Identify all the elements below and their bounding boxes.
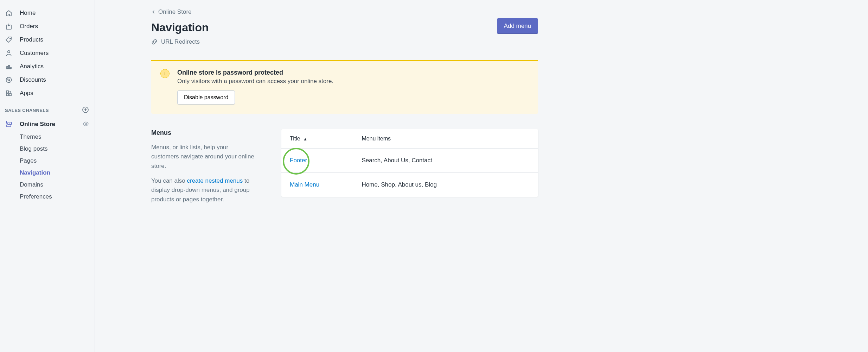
breadcrumb[interactable]: Online Store [151, 8, 538, 15]
analytics-icon [5, 63, 13, 70]
svg-rect-4 [8, 65, 9, 69]
nav-label: Orders [20, 23, 38, 30]
link-icon [151, 39, 158, 45]
svg-point-8 [9, 81, 10, 81]
col-title[interactable]: Title ▲ [281, 129, 353, 149]
menus-table: Title ▲ Menu items [281, 129, 538, 197]
nav-label: Analytics [20, 63, 44, 70]
nav-label: Discounts [20, 76, 46, 83]
nav-analytics[interactable]: Analytics [0, 60, 95, 73]
svg-point-1 [10, 38, 11, 39]
svg-rect-10 [6, 94, 8, 96]
svg-rect-11 [9, 94, 11, 96]
nested-menus-link[interactable]: create nested menus [187, 177, 243, 184]
main-content: Online Store Navigation URL Redirects Ad… [95, 0, 868, 352]
menu-footer-link[interactable]: Footer [281, 149, 353, 173]
nav-products[interactable]: Products [0, 33, 95, 46]
sub-navigation[interactable]: Navigation [20, 167, 95, 179]
menus-desc-2: You can also create nested menus to disp… [151, 176, 257, 204]
add-channel-icon[interactable] [82, 106, 90, 114]
svg-rect-9 [6, 91, 8, 93]
disable-password-button[interactable]: Disable password [177, 90, 235, 105]
menus-table-card: Title ▲ Menu items [281, 129, 538, 197]
nav-label: Online Store [20, 121, 55, 128]
nav-discounts[interactable]: Discounts [0, 73, 95, 87]
sub-themes[interactable]: Themes [20, 131, 95, 143]
sub-pages[interactable]: Pages [20, 155, 95, 167]
breadcrumb-label: Online Store [158, 8, 192, 15]
banner-text: Only visitors with a password can access… [177, 78, 333, 85]
person-icon [5, 49, 13, 57]
table-row: Footer Search, About Us, Contact [281, 149, 538, 173]
svg-point-7 [8, 79, 8, 80]
store-icon [5, 120, 13, 128]
nav-label: Products [20, 36, 43, 43]
nav-home[interactable]: Home [0, 6, 95, 20]
password-banner: Online store is password protected Only … [151, 60, 538, 114]
menu-main-link[interactable]: Main Menu [281, 173, 353, 197]
svg-rect-15 [165, 73, 165, 74]
online-store-submenu: Themes Blog posts Pages Navigation Domai… [0, 131, 95, 203]
menus-heading: Menus [151, 129, 257, 137]
home-icon [5, 9, 13, 17]
warning-icon [160, 69, 170, 78]
nav-label: Customers [20, 50, 49, 57]
menu-main-items: Home, Shop, About us, Blog [353, 173, 538, 197]
svg-point-13 [85, 123, 87, 125]
svg-rect-5 [10, 67, 11, 69]
svg-point-2 [8, 51, 10, 53]
svg-point-14 [165, 74, 165, 75]
discount-icon [5, 76, 13, 84]
sort-asc-icon: ▲ [303, 137, 307, 142]
sidebar: Home Orders Products Customers Analytics [0, 0, 95, 352]
page-title: Navigation [151, 21, 209, 34]
add-menu-button[interactable]: Add menu [497, 18, 538, 34]
sales-channels-header: SALES CHANNELS [0, 100, 95, 118]
chevron-left-icon [151, 10, 156, 14]
nav-label: Home [20, 10, 36, 17]
svg-rect-3 [7, 67, 8, 69]
nav-orders[interactable]: Orders [0, 20, 95, 33]
nav-customers[interactable]: Customers [0, 46, 95, 60]
nav-online-store[interactable]: Online Store [0, 118, 95, 131]
view-store-icon[interactable] [83, 121, 90, 128]
menus-desc-1: Menus, or link lists, help your customer… [151, 143, 257, 171]
sub-preferences[interactable]: Preferences [20, 191, 95, 203]
sub-blog-posts[interactable]: Blog posts [20, 143, 95, 155]
section-label: SALES CHANNELS [5, 108, 49, 113]
nav-apps[interactable]: Apps [0, 87, 95, 100]
col-menu-items[interactable]: Menu items [353, 129, 538, 149]
apps-icon [5, 89, 13, 97]
orders-icon [5, 23, 13, 30]
sublink-label: URL Redirects [161, 38, 200, 45]
menu-footer-items: Search, About Us, Contact [353, 149, 538, 173]
table-row: Main Menu Home, Shop, About us, Blog [281, 173, 538, 197]
url-redirects-link[interactable]: URL Redirects [151, 38, 209, 52]
sub-domains[interactable]: Domains [20, 179, 95, 191]
tag-icon [5, 36, 13, 44]
nav-label: Apps [20, 90, 33, 97]
banner-title: Online store is password protected [177, 69, 333, 76]
